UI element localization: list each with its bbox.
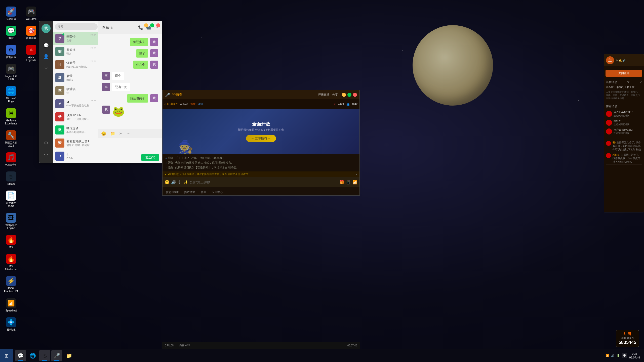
- desktop-icon-img-logitech: 🎮: [6, 64, 16, 74]
- yy-maximize-btn[interactable]: [347, 93, 351, 97]
- yy-applications-btn[interactable]: 📱: [346, 180, 351, 185]
- yy-gift-btn[interactable]: 🎁: [339, 180, 344, 185]
- wechat-nav-favorites[interactable]: ☆: [42, 63, 51, 72]
- maximize-button[interactable]: □: [150, 23, 154, 27]
- yy-emoji-btn[interactable]: 😊: [165, 180, 170, 185]
- toolbar-item-3[interactable]: 应用中心: [210, 190, 224, 195]
- tray-battery-icon[interactable]: 🔋: [617, 354, 620, 357]
- taskbar-item-tb-wechat[interactable]: 💬: [15, 350, 26, 361]
- taskbar-icon-tb-wechat: 💬: [17, 352, 24, 359]
- desktop-icon-speedtest[interactable]: 📶 Speedtest: [2, 297, 20, 314]
- taskbar-item-tb-steam[interactable]: ♨: [39, 350, 50, 361]
- contact-item-1[interactable]: 熊 熊海洋 谢谢 23:25: [53, 45, 98, 58]
- taskbar-item-tb-file[interactable]: 📁: [63, 350, 74, 361]
- close-button[interactable]: ✕: [156, 23, 160, 27]
- wechat-nav-more[interactable]: ⋯: [42, 150, 51, 159]
- contact-item-2[interactable]: 订 订阅号 您订阅...如何新疆... 23:24: [53, 58, 98, 71]
- minimize-button[interactable]: —: [144, 23, 148, 27]
- yy-chat-input[interactable]: [190, 181, 338, 184]
- desktop-icon-jiangjian[interactable]: 🎯 酱酱游戏: [22, 24, 40, 41]
- desktop-icon-evga[interactable]: ⚡ EVGA Precision XT: [2, 275, 20, 295]
- yy-sound-btn[interactable]: 🔊: [171, 180, 176, 185]
- yy-notice-0: ℹ 通知: 【【 】进入 [枚率一 何] 房间, (00:35:09): [166, 156, 356, 160]
- tray-sound-icon[interactable]: 🔊: [611, 354, 615, 357]
- toolbar-item-0[interactable]: 抢符3功能: [165, 190, 180, 195]
- send-button[interactable]: 发送(S): [141, 154, 159, 161]
- yy-close-btn[interactable]: [353, 93, 357, 97]
- desktop-icon-apex[interactable]: 🔺 Apex Legends: [22, 43, 40, 63]
- toolbar-item-1[interactable]: 播放体乘: [183, 190, 197, 195]
- wechat-nav-contacts[interactable]: 👤: [42, 52, 51, 61]
- contact-avatar-8: 酱: [55, 139, 64, 148]
- contact-item-4[interactable]: 李 李浦琪 好: [53, 84, 98, 97]
- desktop-icon-img-tools: 🔧: [6, 130, 16, 140]
- wechat-user-avatar[interactable]: 我: [42, 24, 51, 33]
- gift-settings-icon[interactable]: ⚙: [627, 80, 630, 84]
- rec-info-2: 用户1347079363 欢迎来到直播间: [614, 128, 633, 135]
- gift-tab-stickiness[interactable]: 粘土度: [627, 85, 634, 89]
- desktop-icon-steam[interactable]: ♨ Steam: [2, 170, 20, 187]
- screenshot-icon[interactable]: ✂: [119, 131, 123, 136]
- contact-item-7[interactable]: 微 微信运动 不活跃好的成绩...: [53, 123, 98, 137]
- contact-item-3[interactable]: 廖 廖莹 图片1: [53, 71, 98, 84]
- desktop-icon-wegame[interactable]: 🎮 WeGame: [22, 5, 40, 22]
- gift-tab-highlight[interactable]: 素亮(1): [616, 85, 624, 89]
- gift-title: 礼物消息 ⚙ ↺: [606, 80, 642, 84]
- contact-item-6[interactable]: 铁 铁路12306 你们一下是要是发...: [53, 110, 98, 123]
- rec-desc-0: 欢迎来到直播间: [614, 114, 633, 117]
- wechat-search-input[interactable]: [55, 23, 98, 30]
- desktop-icon-wallpaper[interactable]: 🖼 Wallpaper Engine: [2, 211, 20, 231]
- gift-refresh-icon[interactable]: ↺: [639, 80, 642, 84]
- emoji-icon[interactable]: 😊: [101, 131, 106, 136]
- contact-msg-5: 你一下真的是在电脑...: [66, 104, 96, 107]
- contact-avatar-3: 廖: [55, 73, 64, 82]
- wechat-nav-settings[interactable]: ⚙: [42, 139, 51, 148]
- yy-minimize-btn[interactable]: [342, 93, 346, 97]
- desktop-icon-afterburner[interactable]: 🔥 MSI Afterburner: [2, 252, 20, 273]
- wechat-nav-chat[interactable]: 💬: [42, 41, 51, 50]
- rec-desc-1: 欢迎来到直播间: [614, 123, 629, 126]
- taskbar-icon-tb-file: 📁: [65, 352, 72, 359]
- banner-cta-button[interactable]: → 立即预约 →: [246, 135, 276, 142]
- desktop-icon-3dmark[interactable]: 💠 3DMark: [2, 316, 20, 333]
- taskbar-item-tb-yy[interactable]: 🎤: [51, 350, 62, 361]
- desktop-icon-msi[interactable]: 🔥 MSI: [2, 233, 20, 250]
- file-icon[interactable]: 📁: [110, 131, 115, 136]
- desktop-icon-geforce[interactable]: 🖥 GeForce Experience: [2, 107, 20, 127]
- taskbar-item-tb-browser[interactable]: 🌐: [27, 350, 38, 361]
- detail-label[interactable]: 详情: [198, 102, 203, 106]
- tray-clock[interactable]: 0:36 06:07:48: [629, 352, 640, 359]
- desktop-icon-xinwen[interactable]: 📄 新文本文档.txt: [2, 189, 20, 209]
- tray-chinese-icon[interactable]: 中: [622, 353, 627, 358]
- yy-mic-btn[interactable]: 🎙: [178, 180, 182, 185]
- toolbar-item-2[interactable]: 香草: [199, 190, 208, 195]
- desktop-icon-logitech[interactable]: 🎮 Logitech G HUB: [2, 62, 20, 82]
- chat-input[interactable]: [101, 140, 159, 150]
- more-toolbar-icon[interactable]: ⋯: [127, 131, 131, 136]
- contact-item-0[interactable]: 李 李蕴怡 在哪 23:36: [53, 32, 98, 45]
- desktop-icon-control_panel[interactable]: ⚙ 控制面板: [2, 43, 20, 60]
- start-button[interactable]: ⊞: [0, 349, 13, 362]
- close-live-button[interactable]: 关闭直播: [606, 70, 642, 77]
- warning-dismiss[interactable]: ✕: [355, 173, 357, 176]
- chat-send-bar: 发送(S): [98, 153, 162, 163]
- yy-effects-btn[interactable]: ✨: [183, 180, 188, 185]
- heart-icon: ♥: [334, 103, 336, 106]
- desktop-icon-label-wujiejia: 无界加速: [6, 18, 16, 21]
- yy-input-bar: 😊 🔊 🎙 ✨ 🎁 📱 📶: [163, 177, 359, 187]
- desktop-icon-netease[interactable]: 🎵 网易云音乐: [2, 151, 20, 168]
- contact-item-5[interactable]: M M 你一下真的是在电脑... 28:25: [53, 97, 98, 110]
- tray-network-icon[interactable]: 📶: [606, 354, 609, 357]
- share-label[interactable]: 分享: [332, 93, 338, 97]
- desktop-icon-microsoft_edge[interactable]: 🌐 Microsoft Edge: [2, 84, 20, 105]
- contact-item-8[interactable]: 酱 酱酱北站战士群1 消知 2; 有哪...的同时: [53, 137, 98, 150]
- desktop-icon-tools[interactable]: 🔧 新疆工具箱2022: [2, 129, 20, 149]
- contact-item-9[interactable]: B B 28:25: [53, 150, 98, 163]
- status-time: 06:07:48: [347, 344, 357, 347]
- contact-info-7: 微信运动 不活跃好的成绩...: [66, 126, 96, 134]
- gift-tab-activity[interactable]: 活跃度: [606, 85, 614, 89]
- desktop-icon-wechat[interactable]: 💬 微信: [2, 24, 20, 41]
- chat-phone-icon[interactable]: 📞: [138, 25, 143, 30]
- desktop-icon-wujiejia[interactable]: 🚀 无界加速: [2, 5, 20, 22]
- open-stream-label[interactable]: 开播直播: [318, 93, 329, 97]
